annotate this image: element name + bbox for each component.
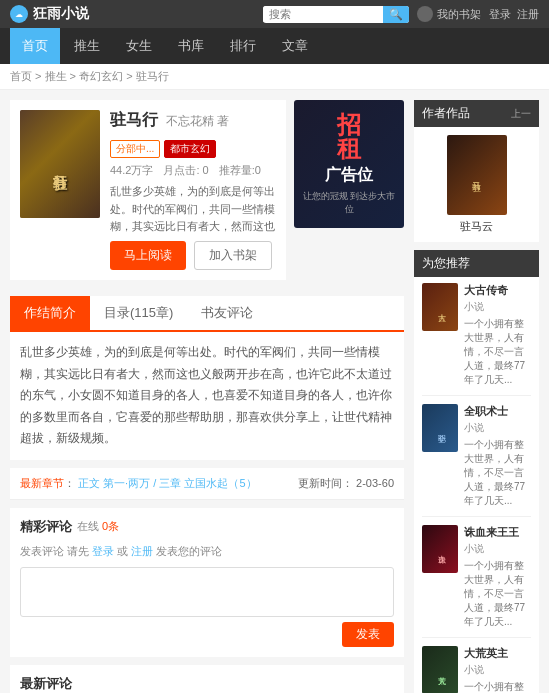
breadcrumb-male[interactable]: 推生 xyxy=(45,70,67,82)
latest-label: 最新章节 xyxy=(20,477,64,489)
breadcrumb-category[interactable]: 奇幻玄幻 xyxy=(79,70,123,82)
ad-desc: 让您的冠规 到达步大市位 xyxy=(302,190,396,215)
update-time-value: 2-03-60 xyxy=(356,477,394,489)
tag-status: 分部中... xyxy=(110,140,160,158)
recommend-title-bar: 为您推荐 xyxy=(414,250,539,277)
book-info: 驻马行 驻马行 不忘花精 著 分部中... 都市玄幻 44.2万字 月点击: 0 xyxy=(10,100,286,280)
rec-cover-4: 大荒 xyxy=(422,646,458,693)
book-author: 不忘花精 著 xyxy=(166,113,229,130)
book-info-row: 驻马行 驻马行 不忘花精 著 分部中... 都市玄幻 44.2万字 月点击: 0 xyxy=(10,100,404,288)
author-works-section: 作者作品 上一 驻马云 驻马云 xyxy=(414,100,539,242)
nav-article[interactable]: 文章 xyxy=(270,28,320,64)
rec-info-2: 全职术士 小说 一个小拥有整大世界，人有情，不尽一言人道，最终77年了几天... xyxy=(464,404,531,508)
rec-meta-3: 小说 xyxy=(464,542,531,556)
rec-title-3[interactable]: 诛血来王王 xyxy=(464,525,531,540)
nav-library[interactable]: 书库 xyxy=(166,28,216,64)
rec-desc-3: 一个小拥有整大世界，人有情，不尽一言人道，最终77年了几天... xyxy=(464,559,531,629)
tab-catalog[interactable]: 目录(115章) xyxy=(90,296,187,330)
tag-genre: 都市玄幻 xyxy=(164,140,216,158)
rec-info-4: 大荒英主 小说 一个小拥有整大世界，人有情，不尽一言人道，最终77年了几天... xyxy=(464,646,531,693)
author-works-title: 作者作品 xyxy=(422,105,470,122)
stat-total: 44.2万字 xyxy=(110,163,153,178)
rec-meta-2: 小说 xyxy=(464,421,531,435)
book-cover: 驻马行 xyxy=(20,110,100,218)
comments-title-text: 精彩评论 xyxy=(20,518,72,536)
rec-cover-1: 大古 xyxy=(422,283,458,331)
user-avatar-icon xyxy=(417,6,433,22)
comments-title: 精彩评论 在线 0条 xyxy=(20,518,394,536)
auth-links: 登录 注册 xyxy=(489,7,539,22)
rec-desc-1: 一个小拥有整大世界，人有情，不尽一言人道，最终77年了几天... xyxy=(464,317,531,387)
update-time-label: 更新时间： xyxy=(298,477,353,489)
list-item: 大荒 大荒英主 小说 一个小拥有整大世界，人有情，不尽一言人道，最终77年了几天… xyxy=(422,646,531,693)
site-name: 狂雨小说 xyxy=(33,5,89,23)
main-nav: 首页 推生 女生 书库 排行 文章 xyxy=(0,28,549,64)
author-works-content: 驻马云 驻马云 xyxy=(414,127,539,242)
content-tabs: 作结简介 目录(115章) 书友评论 乱世多少英雄，为的到底是何等出处。时代的军… xyxy=(10,296,404,460)
comment-textarea[interactable] xyxy=(20,567,394,617)
author-works-title-bar: 作者作品 上一 xyxy=(414,100,539,127)
comments-online: 在线 0条 xyxy=(77,519,119,534)
rec-meta-4: 小说 xyxy=(464,663,531,677)
nav-female[interactable]: 女生 xyxy=(114,28,164,64)
rec-title-4[interactable]: 大荒英主 xyxy=(464,646,531,661)
list-item: 全职 全职术士 小说 一个小拥有整大世界，人有情，不尽一言人道，最终77年了几天… xyxy=(422,404,531,517)
author-book-title: 驻马云 xyxy=(460,219,493,234)
rec-desc-2: 一个小拥有整大世界，人有情，不尽一言人道，最终77年了几天... xyxy=(464,438,531,508)
logo-icon: ☁ xyxy=(10,5,28,23)
tab-intro[interactable]: 作结简介 xyxy=(10,296,90,330)
tab-reviews[interactable]: 书友评论 xyxy=(187,296,267,330)
rec-info-1: 大古传奇 小说 一个小拥有整大世界，人有情，不尽一言人道，最终77年了几天... xyxy=(464,283,531,387)
tab-content-area: 乱世多少英雄，为的到底是何等出处。时代的军阀们，共同一些情模糊，其实远比日有者大… xyxy=(10,332,404,460)
nav-male[interactable]: 推生 xyxy=(62,28,112,64)
rec-info-3: 诛血来王王 小说 一个小拥有整大世界，人有情，不尽一言人道，最终77年了几天..… xyxy=(464,525,531,629)
recent-comments-section: 最新评论 xyxy=(10,665,404,693)
submit-comment-button[interactable]: 发表 xyxy=(342,622,394,647)
book-description: 乱世多少英雄，为的到底是何等出处。时代的军阀们，共同一些情模糊，其实远比日有者大… xyxy=(110,183,276,235)
rec-title-2[interactable]: 全职术士 xyxy=(464,404,531,419)
user-area: 我的书架 xyxy=(417,6,481,22)
add-shelf-button[interactable]: 加入书架 xyxy=(194,241,272,270)
logo-area: ☁ 狂雨小说 xyxy=(10,5,89,23)
recent-comments-title-text: 最新评论 xyxy=(20,675,72,693)
latest-chapter-link[interactable]: 正文 第一·两万 / 三章 立国水起（5） xyxy=(78,477,256,489)
register-link[interactable]: 注册 xyxy=(517,7,539,22)
login-link[interactable]: 登录 xyxy=(489,7,511,22)
ad-title: 广告位 xyxy=(325,165,373,186)
rec-cover-2: 全职 xyxy=(422,404,458,452)
nav-rank[interactable]: 排行 xyxy=(218,28,268,64)
recommend-title: 为您推荐 xyxy=(422,255,470,272)
user-shelf-link[interactable]: 我的书架 xyxy=(437,7,481,22)
sidebar: 作者作品 上一 驻马云 驻马云 为您推荐 大古 xyxy=(414,100,539,693)
comment-login-link[interactable]: 登录 xyxy=(92,545,114,557)
list-item: 诛血 诛血来王王 小说 一个小拥有整大世界，人有情，不尽一言人道，最终77年了几… xyxy=(422,525,531,638)
comment-login-tip: 发表评论 请先 登录 或 注册 发表您的评论 xyxy=(20,544,394,559)
comment-register-link[interactable]: 注册 xyxy=(131,545,153,557)
read-now-button[interactable]: 马上阅读 xyxy=(110,241,186,270)
rec-desc-4: 一个小拥有整大世界，人有情，不尽一言人道，最终77年了几天... xyxy=(464,680,531,693)
ad-banner: 招租 广告位 让您的冠规 到达步大市位 xyxy=(294,100,404,228)
list-item: 大古 大古传奇 小说 一个小拥有整大世界，人有情，不尽一言人道，最终77年了几天… xyxy=(422,283,531,396)
search-input[interactable] xyxy=(263,6,383,22)
content-area: 驻马行 驻马行 不忘花精 著 分部中... 都市玄幻 44.2万字 月点击: 0 xyxy=(10,100,404,693)
breadcrumb-current: 驻马行 xyxy=(136,70,169,82)
stat-weekly: 推荐量:0 xyxy=(219,163,261,178)
tab-list: 作结简介 目录(115章) 书友评论 xyxy=(10,296,404,332)
latest-chapter-bar: 最新章节： 正文 第一·两万 / 三章 立国水起（5） 更新时间： 2-03-6… xyxy=(10,468,404,500)
search-button[interactable]: 🔍 xyxy=(383,6,409,23)
header: ☁ 狂雨小说 🔍 我的书架 登录 注册 xyxy=(0,0,549,28)
breadcrumb-home[interactable]: 首页 xyxy=(10,70,32,82)
nav-home[interactable]: 首页 xyxy=(10,28,60,64)
author-book: 驻马云 驻马云 xyxy=(422,135,531,234)
stat-monthly: 月点击: 0 xyxy=(163,163,208,178)
recommend-section: 为您推荐 大古 大古传奇 小说 一个小拥有整大世界，人有情，不尽一言人道，最终7… xyxy=(414,250,539,693)
recent-comments-title: 最新评论 xyxy=(20,675,394,693)
comment-input-area: 发表 xyxy=(20,567,394,647)
breadcrumb: 首页 > 推生 > 奇幻玄幻 > 驻马行 xyxy=(0,64,549,90)
book-tags: 分部中... 都市玄幻 xyxy=(110,140,276,158)
comments-section: 精彩评论 在线 0条 发表评论 请先 登录 或 注册 发表您的评论 发表 xyxy=(10,508,404,657)
rec-title-1[interactable]: 大古传奇 xyxy=(464,283,531,298)
author-works-more[interactable]: 上一 xyxy=(511,107,531,121)
main-container: 驻马行 驻马行 不忘花精 著 分部中... 都市玄幻 44.2万字 月点击: 0 xyxy=(0,90,549,693)
author-book-cover: 驻马云 xyxy=(447,135,507,215)
